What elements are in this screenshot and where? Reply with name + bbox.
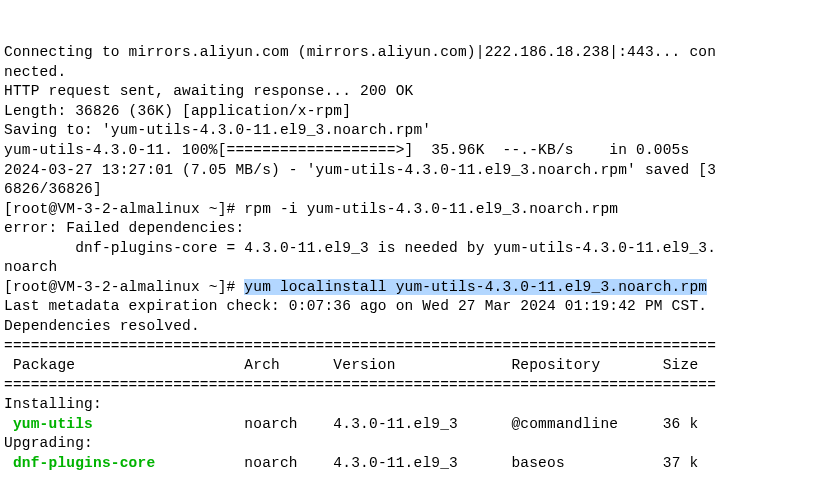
wget-progress: yum-utils-4.3.0-11. 100%[===============…: [4, 141, 827, 161]
error-line: error: Failed dependencies:: [4, 219, 827, 239]
table-divider: ========================================…: [4, 337, 827, 357]
shell-prompt: [root@VM-3-2-almalinux ~]#: [4, 201, 244, 217]
table-header: Package Arch Version Repository Size: [4, 356, 827, 376]
shell-prompt: [root@VM-3-2-almalinux ~]#: [4, 279, 244, 295]
shell-prompt-line: [root@VM-3-2-almalinux ~]# rpm -i yum-ut…: [4, 200, 827, 220]
terminal-line: Dependencies resolved.: [4, 317, 827, 337]
terminal-line: nected.: [4, 63, 827, 83]
rpm-command: rpm -i yum-utils-4.3.0-11.el9_3.noarch.r…: [244, 201, 618, 217]
indent: [4, 416, 13, 432]
package-detail: noarch 4.3.0-11.el9_3 @commandline 36 k: [93, 416, 698, 432]
table-divider: ========================================…: [4, 376, 827, 396]
section-installing: Installing:: [4, 395, 827, 415]
error-detail: noarch: [4, 258, 827, 278]
package-row: dnf-plugins-core noarch 4.3.0-11.el9_3 b…: [4, 454, 827, 474]
terminal-line: Length: 36826 (36K) [application/x-rpm]: [4, 102, 827, 122]
terminal-line: 6826/36826]: [4, 180, 827, 200]
indent: [4, 455, 13, 471]
shell-prompt-line: [root@VM-3-2-almalinux ~]# yum localinst…: [4, 278, 827, 298]
yum-command-highlighted: yum localinstall yum-utils-4.3.0-11.el9_…: [244, 279, 707, 295]
terminal-line: HTTP request sent, awaiting response... …: [4, 82, 827, 102]
terminal-line: Connecting to mirrors.aliyun.com (mirror…: [4, 43, 827, 63]
package-row: yum-utils noarch 4.3.0-11.el9_3 @command…: [4, 415, 827, 435]
section-upgrading: Upgrading:: [4, 434, 827, 454]
error-detail: dnf-plugins-core = 4.3.0-11.el9_3 is nee…: [4, 239, 827, 259]
terminal-line: Saving to: 'yum-utils-4.3.0-11.el9_3.noa…: [4, 121, 827, 141]
terminal-line: Last metadata expiration check: 0:07:36 …: [4, 297, 827, 317]
terminal-line: 2024-03-27 13:27:01 (7.05 MB/s) - 'yum-u…: [4, 161, 827, 181]
package-name-dnf-plugins-core: dnf-plugins-core: [13, 455, 155, 471]
package-name-yum-utils: yum-utils: [13, 416, 93, 432]
package-detail: noarch 4.3.0-11.el9_3 baseos 37 k: [155, 455, 698, 471]
